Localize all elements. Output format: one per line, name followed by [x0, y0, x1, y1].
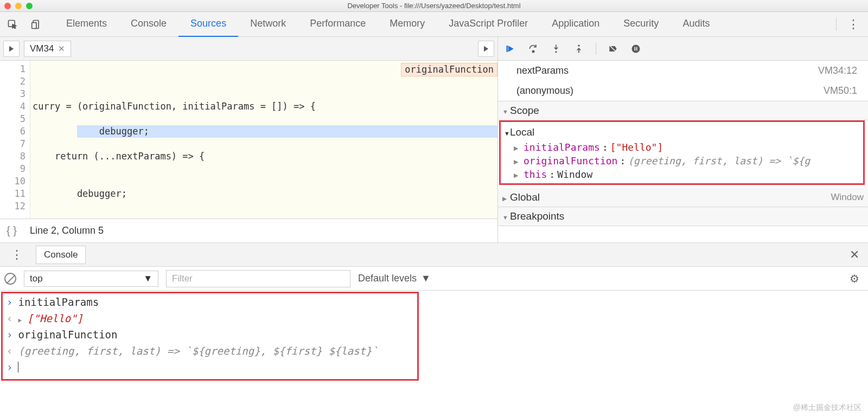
line-gutter: 1 2 3 4 5 6 7 8 9 10 11 12: [0, 61, 30, 219]
svg-point-6: [578, 44, 579, 46]
output-marker-icon: ‹: [7, 312, 12, 324]
deactivate-breakpoints-icon[interactable]: [605, 41, 621, 57]
console-filter-input[interactable]: Filter: [166, 270, 350, 287]
navigator-toggle-icon[interactable]: [3, 41, 20, 57]
file-tab-label: VM34: [30, 43, 54, 54]
window-titlebar: Developer Tools - file:///Users/yazeed/D…: [0, 0, 868, 12]
device-toggle-icon[interactable]: [29, 17, 43, 31]
pretty-print-icon[interactable]: { }: [7, 224, 17, 237]
panel-tabs: Elements Console Sources Network Perform…: [54, 11, 722, 37]
svg-rect-9: [636, 47, 637, 50]
tab-elements[interactable]: Elements: [54, 11, 119, 37]
pause-exceptions-icon[interactable]: [628, 41, 644, 57]
code-content: originalFunction curry = (originalFuncti…: [30, 61, 497, 219]
global-scope-row[interactable]: Global Window: [498, 188, 868, 207]
step-over-icon[interactable]: [525, 41, 541, 57]
chevron-right-icon: [502, 191, 510, 203]
close-tab-icon[interactable]: ✕: [58, 44, 65, 54]
drawer-menu-icon[interactable]: ⋮: [5, 248, 28, 262]
console-drawer: ⋮ Console ✕ top ▼ Filter Default levels …: [0, 243, 868, 417]
output-marker-icon: ‹: [7, 345, 12, 357]
scope-variable[interactable]: originalFunction: (greeting, first, last…: [501, 154, 863, 168]
tab-js-profiler[interactable]: JavaScript Profiler: [437, 11, 540, 37]
tab-performance[interactable]: Performance: [298, 11, 378, 37]
expand-icon[interactable]: [18, 312, 22, 324]
step-into-icon[interactable]: [548, 41, 564, 57]
console-drawer-tab[interactable]: Console: [36, 246, 86, 264]
sources-panel: VM34 ✕ 1 2 3 4 5 6 7 8 9 10 11 12: [0, 37, 868, 243]
call-stack: nextParams VM34:12 (anonymous) VM50:1: [498, 61, 868, 101]
console-filter-bar: top ▼ Filter Default levels ▼ ⚙: [0, 267, 868, 291]
chevron-down-icon: ▼: [421, 273, 431, 284]
traffic-lights: [4, 3, 33, 9]
svg-point-5: [555, 51, 557, 53]
input-marker-icon: ›: [7, 296, 12, 308]
sources-file-toolbar: VM34 ✕: [0, 37, 497, 61]
code-editor[interactable]: 1 2 3 4 5 6 7 8 9 10 11 12 originalFunct…: [0, 61, 497, 219]
tab-console[interactable]: Console: [119, 11, 178, 37]
svg-rect-8: [635, 47, 636, 50]
debugger-sidebar: nextParams VM34:12 (anonymous) VM50:1 Sc…: [498, 37, 868, 242]
tab-security[interactable]: Security: [611, 11, 671, 37]
resume-icon[interactable]: [502, 41, 519, 57]
step-out-icon[interactable]: [571, 41, 587, 57]
editor-status-bar: { } Line 2, Column 5: [0, 219, 497, 242]
tab-application[interactable]: Application: [540, 11, 611, 37]
tab-network[interactable]: Network: [238, 11, 298, 37]
maximize-window-button[interactable]: [26, 3, 33, 9]
chevron-down-icon: [504, 126, 510, 138]
paused-line: debugger;: [77, 125, 497, 138]
tab-memory[interactable]: Memory: [378, 11, 437, 37]
chevron-down-icon: [502, 105, 510, 117]
input-cursor[interactable]: [18, 362, 18, 373]
callstack-frame[interactable]: (anonymous) VM50:1: [498, 81, 868, 101]
breakpoints-section[interactable]: Breakpoints: [498, 207, 868, 226]
source-file-tab[interactable]: VM34 ✕: [24, 41, 71, 57]
input-marker-icon: ›: [7, 361, 12, 373]
tab-sources[interactable]: Sources: [178, 11, 238, 37]
svg-point-4: [532, 50, 534, 52]
cursor-position: Line 2, Column 5: [30, 225, 104, 236]
local-scope-highlight: Local initialParams: ["Hello"] originalF…: [499, 120, 865, 185]
chevron-right-icon: [514, 155, 521, 166]
log-levels-selector[interactable]: Default levels ▼: [358, 273, 431, 284]
tab-audits[interactable]: Audits: [671, 11, 722, 37]
chevron-right-icon: [514, 169, 521, 180]
svg-rect-3: [507, 46, 508, 52]
chevron-down-icon: ▼: [143, 273, 152, 284]
scope-variable[interactable]: initialParams: ["Hello"]: [501, 140, 863, 154]
local-scope-header[interactable]: Local: [501, 124, 863, 140]
callstack-frame[interactable]: nextParams VM34:12: [498, 61, 868, 81]
minimize-window-button[interactable]: [15, 3, 22, 9]
context-selector[interactable]: top ▼: [24, 271, 158, 287]
scope-header[interactable]: Scope: [498, 101, 868, 120]
chevron-down-icon: [502, 210, 510, 222]
inspect-element-icon[interactable]: [5, 17, 20, 31]
console-drawer-toolbar: ⋮ Console ✕: [0, 243, 868, 267]
debugger-toolbar: [498, 37, 868, 61]
more-menu-icon[interactable]: ⋮: [842, 17, 865, 31]
close-drawer-icon[interactable]: ✕: [850, 248, 863, 262]
chevron-right-icon: [514, 142, 521, 153]
more-tabs-icon[interactable]: [478, 41, 494, 57]
devtools-toolbar: Elements Console Sources Network Perform…: [0, 12, 868, 37]
svg-rect-2: [32, 22, 36, 28]
input-marker-icon: ›: [7, 329, 12, 341]
watermark: @稀土掘金技术社区: [793, 403, 861, 413]
console-settings-icon[interactable]: ⚙: [850, 272, 864, 285]
svg-point-7: [632, 44, 640, 53]
console-output[interactable]: › initialParams ‹ ["Hello"] › originalFu…: [0, 291, 868, 417]
close-window-button[interactable]: [4, 3, 11, 9]
clear-console-icon[interactable]: [4, 273, 16, 285]
window-title: Developer Tools - file:///Users/yazeed/D…: [0, 2, 868, 10]
scope-section: Scope: [498, 101, 868, 120]
hover-token-hint: originalFunction: [401, 63, 497, 76]
scope-variable[interactable]: this: Window: [501, 168, 863, 181]
